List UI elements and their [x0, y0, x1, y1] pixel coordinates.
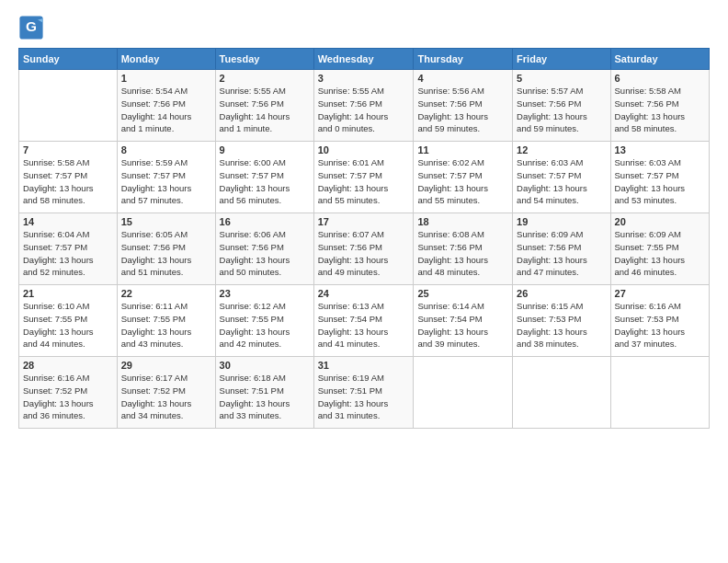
day-number: 31 — [318, 360, 410, 371]
day-number: 23 — [220, 288, 310, 299]
day-number: 6 — [615, 73, 705, 84]
day-info: Sunrise: 6:15 AM Sunset: 7:53 PM Dayligh… — [517, 300, 606, 350]
calendar: SundayMondayTuesdayWednesdayThursdayFrid… — [18, 48, 710, 429]
day-cell: 25Sunrise: 6:14 AM Sunset: 7:54 PM Dayli… — [414, 285, 513, 357]
day-info: Sunrise: 6:04 AM Sunset: 7:57 PM Dayligh… — [23, 228, 113, 279]
day-header-saturday: Saturday — [610, 49, 709, 70]
day-header-wednesday: Wednesday — [313, 49, 414, 70]
day-number: 19 — [517, 216, 606, 227]
day-info: Sunrise: 5:54 AM Sunset: 7:56 PM Dayligh… — [121, 85, 211, 135]
header-row: SundayMondayTuesdayWednesdayThursdayFrid… — [19, 49, 710, 70]
day-number: 12 — [517, 144, 606, 155]
day-cell: 30Sunrise: 6:18 AM Sunset: 7:51 PM Dayli… — [215, 357, 313, 429]
day-cell: 8Sunrise: 5:59 AM Sunset: 7:57 PM Daylig… — [117, 142, 215, 213]
day-header-sunday: Sunday — [19, 49, 118, 70]
day-number: 5 — [517, 73, 606, 84]
day-info: Sunrise: 6:16 AM Sunset: 7:53 PM Dayligh… — [615, 300, 705, 350]
day-number: 21 — [23, 288, 113, 299]
day-number: 15 — [121, 216, 211, 227]
day-info: Sunrise: 6:05 AM Sunset: 7:56 PM Dayligh… — [121, 228, 211, 279]
day-number: 16 — [220, 216, 310, 227]
day-cell — [610, 357, 709, 429]
day-info: Sunrise: 6:13 AM Sunset: 7:54 PM Dayligh… — [318, 300, 410, 350]
day-cell: 9Sunrise: 6:00 AM Sunset: 7:57 PM Daylig… — [215, 142, 313, 213]
day-number: 17 — [318, 216, 410, 227]
day-header-monday: Monday — [117, 49, 215, 70]
day-number: 3 — [318, 73, 410, 84]
day-info: Sunrise: 6:06 AM Sunset: 7:56 PM Dayligh… — [220, 228, 310, 279]
day-number: 7 — [23, 144, 113, 155]
day-cell: 18Sunrise: 6:08 AM Sunset: 7:56 PM Dayli… — [414, 213, 513, 285]
day-info: Sunrise: 6:17 AM Sunset: 7:52 PM Dayligh… — [121, 372, 211, 422]
day-info: Sunrise: 5:58 AM Sunset: 7:57 PM Dayligh… — [23, 156, 113, 207]
day-cell: 22Sunrise: 6:11 AM Sunset: 7:55 PM Dayli… — [117, 285, 215, 357]
week-row-4: 21Sunrise: 6:10 AM Sunset: 7:55 PM Dayli… — [19, 285, 710, 357]
day-info: Sunrise: 6:03 AM Sunset: 7:57 PM Dayligh… — [615, 156, 705, 207]
day-info: Sunrise: 5:55 AM Sunset: 7:56 PM Dayligh… — [220, 85, 310, 135]
day-cell: 29Sunrise: 6:17 AM Sunset: 7:52 PM Dayli… — [117, 357, 215, 429]
day-info: Sunrise: 6:01 AM Sunset: 7:57 PM Dayligh… — [318, 156, 410, 207]
day-cell: 28Sunrise: 6:16 AM Sunset: 7:52 PM Dayli… — [19, 357, 118, 429]
day-info: Sunrise: 5:59 AM Sunset: 7:57 PM Dayligh… — [121, 156, 211, 207]
day-number: 29 — [121, 360, 211, 371]
day-cell: 7Sunrise: 5:58 AM Sunset: 7:57 PM Daylig… — [19, 142, 118, 213]
day-cell: 21Sunrise: 6:10 AM Sunset: 7:55 PM Dayli… — [19, 285, 118, 357]
day-number: 14 — [23, 216, 113, 227]
day-info: Sunrise: 5:58 AM Sunset: 7:56 PM Dayligh… — [615, 85, 705, 135]
day-number: 25 — [417, 288, 508, 299]
day-info: Sunrise: 6:10 AM Sunset: 7:55 PM Dayligh… — [23, 300, 113, 350]
day-info: Sunrise: 5:56 AM Sunset: 7:56 PM Dayligh… — [417, 85, 508, 135]
day-info: Sunrise: 6:09 AM Sunset: 7:55 PM Dayligh… — [615, 228, 705, 279]
day-number: 13 — [615, 144, 705, 155]
day-cell — [414, 357, 513, 429]
day-number: 27 — [615, 288, 705, 299]
day-cell: 6Sunrise: 5:58 AM Sunset: 7:56 PM Daylig… — [610, 70, 709, 142]
day-info: Sunrise: 5:57 AM Sunset: 7:56 PM Dayligh… — [517, 85, 606, 135]
day-header-friday: Friday — [513, 49, 610, 70]
svg-text:G: G — [26, 18, 37, 34]
day-number: 1 — [121, 73, 211, 84]
day-info: Sunrise: 6:12 AM Sunset: 7:55 PM Dayligh… — [220, 300, 310, 350]
week-row-1: 1Sunrise: 5:54 AM Sunset: 7:56 PM Daylig… — [19, 70, 710, 142]
day-cell: 10Sunrise: 6:01 AM Sunset: 7:57 PM Dayli… — [313, 142, 414, 213]
day-cell: 2Sunrise: 5:55 AM Sunset: 7:56 PM Daylig… — [215, 70, 313, 142]
day-cell: 11Sunrise: 6:02 AM Sunset: 7:57 PM Dayli… — [414, 142, 513, 213]
day-number: 8 — [121, 144, 211, 155]
day-number: 20 — [615, 216, 705, 227]
day-cell: 4Sunrise: 5:56 AM Sunset: 7:56 PM Daylig… — [414, 70, 513, 142]
logo: G — [18, 15, 48, 40]
day-cell: 19Sunrise: 6:09 AM Sunset: 7:56 PM Dayli… — [513, 213, 610, 285]
week-row-5: 28Sunrise: 6:16 AM Sunset: 7:52 PM Dayli… — [19, 357, 710, 429]
day-number: 28 — [23, 360, 113, 371]
day-cell: 26Sunrise: 6:15 AM Sunset: 7:53 PM Dayli… — [513, 285, 610, 357]
day-cell: 23Sunrise: 6:12 AM Sunset: 7:55 PM Dayli… — [215, 285, 313, 357]
page: G SundayMondayTuesdayWednesdayThursdayFr… — [0, 0, 728, 563]
day-info: Sunrise: 6:09 AM Sunset: 7:56 PM Dayligh… — [517, 228, 606, 279]
day-cell: 3Sunrise: 5:55 AM Sunset: 7:56 PM Daylig… — [313, 70, 414, 142]
day-number: 24 — [318, 288, 410, 299]
day-cell: 24Sunrise: 6:13 AM Sunset: 7:54 PM Dayli… — [313, 285, 414, 357]
logo-icon: G — [18, 15, 44, 40]
day-cell: 16Sunrise: 6:06 AM Sunset: 7:56 PM Dayli… — [215, 213, 313, 285]
day-number: 22 — [121, 288, 211, 299]
day-header-thursday: Thursday — [414, 49, 513, 70]
week-row-2: 7Sunrise: 5:58 AM Sunset: 7:57 PM Daylig… — [19, 142, 710, 213]
day-cell: 17Sunrise: 6:07 AM Sunset: 7:56 PM Dayli… — [313, 213, 414, 285]
day-header-tuesday: Tuesday — [215, 49, 313, 70]
day-number: 30 — [220, 360, 310, 371]
day-cell: 15Sunrise: 6:05 AM Sunset: 7:56 PM Dayli… — [117, 213, 215, 285]
day-cell: 27Sunrise: 6:16 AM Sunset: 7:53 PM Dayli… — [610, 285, 709, 357]
day-info: Sunrise: 6:07 AM Sunset: 7:56 PM Dayligh… — [318, 228, 410, 279]
day-info: Sunrise: 6:03 AM Sunset: 7:57 PM Dayligh… — [517, 156, 606, 207]
day-number: 26 — [517, 288, 606, 299]
calendar-body: 1Sunrise: 5:54 AM Sunset: 7:56 PM Daylig… — [19, 70, 710, 429]
day-info: Sunrise: 6:08 AM Sunset: 7:56 PM Dayligh… — [417, 228, 508, 279]
day-info: Sunrise: 6:18 AM Sunset: 7:51 PM Dayligh… — [220, 372, 310, 422]
day-info: Sunrise: 6:14 AM Sunset: 7:54 PM Dayligh… — [417, 300, 508, 350]
day-cell: 12Sunrise: 6:03 AM Sunset: 7:57 PM Dayli… — [513, 142, 610, 213]
header: G — [18, 15, 710, 40]
day-number: 11 — [417, 144, 508, 155]
day-cell: 5Sunrise: 5:57 AM Sunset: 7:56 PM Daylig… — [513, 70, 610, 142]
day-cell: 31Sunrise: 6:19 AM Sunset: 7:51 PM Dayli… — [313, 357, 414, 429]
day-cell — [513, 357, 610, 429]
